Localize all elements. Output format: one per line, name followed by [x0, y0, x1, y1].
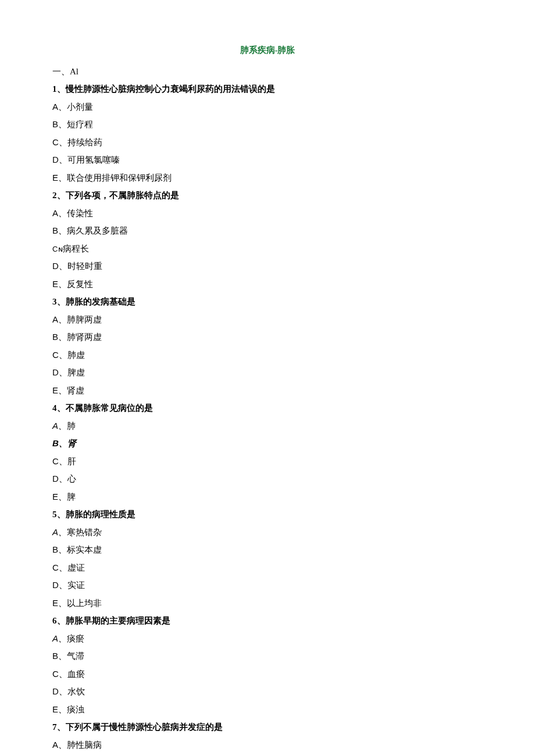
option-text: 肾	[67, 439, 76, 448]
option-letter: D、	[52, 367, 67, 377]
option-letter: A、	[52, 102, 67, 112]
option-letter: D、	[52, 261, 67, 271]
option: B、气滞	[52, 648, 483, 665]
option: D、心	[52, 471, 483, 488]
option: E、反复性	[52, 276, 483, 293]
option-letter: D、	[52, 474, 67, 483]
question-stem: 5、肺胀的病理性质是	[52, 506, 483, 523]
question-stem: 3、肺胀的发病基础是	[52, 293, 483, 310]
option-letter: D、	[52, 155, 67, 164]
option-letter: C、	[52, 669, 67, 679]
option: A、小剂量	[52, 99, 483, 116]
question-stem: 4、不属肺胀常见病位的是	[52, 400, 483, 417]
option-text: 气滞	[67, 651, 84, 661]
option-text: 脾	[67, 492, 76, 501]
option-text: 肾虚	[67, 386, 84, 395]
option-letter: Cɴ	[52, 245, 63, 253]
option-text: 实证	[67, 581, 85, 590]
option-letter: C、	[52, 456, 67, 466]
option-text: 肺肾两虚	[67, 332, 102, 342]
option-letter: A、	[52, 421, 67, 431]
option: C、虚证	[52, 560, 483, 576]
option: A、肺性脑病	[52, 737, 483, 754]
option-text: 可用氢氯噻嗪	[67, 155, 120, 164]
option: A、寒热错杂	[52, 524, 483, 541]
option-letter: A、	[52, 314, 67, 324]
question-list: 1、慢性肺源性心脏病控制心力衰竭利尿药的用法错误的是A、小剂量B、短疗程C、持续…	[52, 81, 483, 753]
question-stem: 1、慢性肺源性心脏病控制心力衰竭利尿药的用法错误的是	[52, 81, 483, 98]
option: E、以上均非	[52, 595, 483, 612]
option-text: 联合使用排钾和保钾利尿剂	[67, 173, 172, 182]
section-label: 一、Al	[52, 63, 483, 80]
option-text: 痰浊	[67, 705, 84, 714]
option-letter: B、	[52, 225, 67, 235]
question-stem: 6、肺胀早期的主要病理因素是	[52, 612, 483, 629]
option-letter: B、	[52, 119, 67, 129]
option: C、肝	[52, 453, 483, 470]
option-letter: C、	[52, 350, 67, 360]
option-text: 短疗程	[67, 120, 93, 129]
option: A、痰瘀	[52, 630, 483, 647]
option-letter: E、	[52, 173, 67, 182]
option-text: 肺脾两虚	[67, 315, 102, 324]
option: C、持续给药	[52, 134, 483, 151]
option-text: 反复性	[67, 280, 93, 289]
option-letter: E、	[52, 492, 67, 501]
option-text: 小剂量	[67, 102, 93, 112]
option-letter: E、	[52, 279, 67, 289]
option: D、实证	[52, 577, 483, 594]
option: D、脾虚	[52, 364, 483, 381]
option: B、短疗程	[52, 116, 483, 133]
option: A、传染性	[52, 205, 483, 222]
option-letter: B、	[52, 438, 67, 448]
option-text: 标实本虚	[67, 545, 102, 554]
option-text: 病久累及多脏器	[67, 226, 128, 235]
option-letter: A、	[52, 633, 67, 643]
option-text: 传染性	[67, 209, 93, 218]
option-letter: B、	[52, 544, 67, 554]
option-letter: D、	[52, 686, 67, 696]
option: E、痰浊	[52, 701, 483, 718]
option: Cɴ病程长	[52, 241, 483, 257]
option: A、肺脾两虚	[52, 311, 483, 328]
option: C、肺虚	[52, 347, 483, 364]
option: C、血瘀	[52, 666, 483, 683]
option-text: 病程长	[63, 244, 89, 253]
option: A、肺	[52, 418, 483, 435]
option: B、肾	[52, 435, 483, 452]
option-text: 时轻时重	[67, 261, 102, 271]
option-text: 水饮	[67, 687, 85, 696]
option: B、病久累及多脏器	[52, 223, 483, 239]
option-letter: D、	[52, 580, 67, 590]
option-letter: C、	[52, 562, 67, 572]
option-text: 肺	[67, 421, 76, 431]
option-text: 以上均非	[67, 599, 102, 608]
option-text: 心	[67, 474, 76, 483]
option-text: 脾虚	[67, 368, 85, 377]
question-stem: 7、下列不属于慢性肺源性心脏病并发症的是	[52, 719, 483, 736]
option-letter: B、	[52, 651, 67, 661]
option: E、脾	[52, 489, 483, 506]
option-text: 痰瘀	[67, 634, 84, 643]
option-text: 血瘀	[67, 669, 85, 679]
option-text: 肺性脑病	[67, 740, 102, 750]
option-letter: C、	[52, 137, 67, 147]
option-letter: A、	[52, 527, 67, 537]
question-stem: 2、下列各项，不属肺胀特点的是	[52, 187, 483, 204]
option: B、肺肾两虚	[52, 329, 483, 346]
option-text: 肝	[67, 457, 76, 466]
option-letter: E、	[52, 704, 67, 714]
option: D、可用氢氯噻嗪	[52, 152, 483, 169]
option: D、时轻时重	[52, 258, 483, 275]
option-letter: A、	[52, 208, 67, 218]
option: E、肾虚	[52, 382, 483, 399]
document-title: 肺系疾病-肺胀	[52, 42, 483, 59]
option-text: 虚证	[67, 563, 85, 572]
option: E、联合使用排钾和保钾利尿剂	[52, 170, 483, 187]
option-text: 肺虚	[67, 350, 85, 360]
option-text: 寒热错杂	[67, 528, 102, 537]
option-letter: E、	[52, 385, 67, 395]
option-letter: B、	[52, 332, 67, 342]
option-letter: E、	[52, 598, 67, 608]
option: D、水饮	[52, 683, 483, 700]
